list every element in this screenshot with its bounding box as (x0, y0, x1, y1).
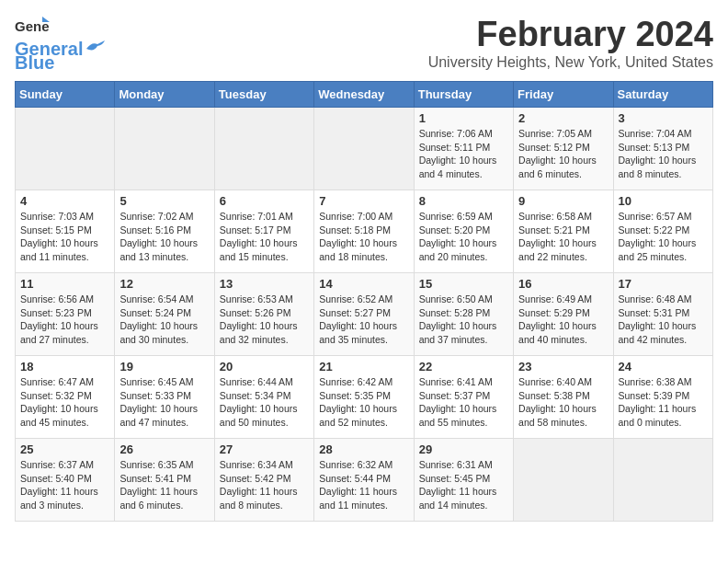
day-number: 24 (619, 360, 708, 373)
day-info: Sunrise: 6:50 AMSunset: 5:28 PMDaylight:… (419, 293, 508, 347)
calendar-cell: 23Sunrise: 6:40 AMSunset: 5:38 PMDayligh… (514, 356, 613, 439)
day-number: 15 (419, 277, 508, 291)
day-number: 2 (518, 111, 608, 125)
calendar-cell: 9Sunrise: 6:58 AMSunset: 5:21 PMDaylight… (514, 190, 613, 273)
calendar-cell (16, 108, 115, 190)
day-number: 19 (119, 360, 209, 373)
header-thursday: Thursday (414, 82, 513, 108)
day-info: Sunrise: 6:54 AMSunset: 5:24 PMDaylight:… (119, 293, 209, 347)
calendar-cell (115, 108, 214, 190)
calendar-cell: 21Sunrise: 6:42 AMSunset: 5:35 PMDayligh… (314, 356, 414, 439)
logo-blue: Blue (15, 52, 54, 74)
day-info: Sunrise: 7:02 AMSunset: 5:16 PMDaylight:… (119, 210, 209, 264)
day-info: Sunrise: 6:59 AMSunset: 5:20 PMDaylight:… (419, 210, 508, 264)
calendar-cell: 6Sunrise: 7:01 AMSunset: 5:17 PMDaylight… (214, 190, 313, 273)
calendar-cell: 28Sunrise: 6:32 AMSunset: 5:44 PMDayligh… (314, 439, 414, 522)
day-info: Sunrise: 6:31 AMSunset: 5:45 PMDaylight:… (419, 458, 508, 512)
calendar-cell: 26Sunrise: 6:35 AMSunset: 5:41 PMDayligh… (115, 439, 214, 522)
day-number: 12 (119, 277, 209, 291)
calendar-week-row: 11Sunrise: 6:56 AMSunset: 5:23 PMDayligh… (16, 273, 713, 356)
calendar-cell (613, 439, 712, 522)
day-info: Sunrise: 6:44 AMSunset: 5:34 PMDaylight:… (220, 375, 309, 430)
calendar-cell: 22Sunrise: 6:41 AMSunset: 5:37 PMDayligh… (414, 356, 513, 439)
day-info: Sunrise: 6:45 AMSunset: 5:33 PMDaylight:… (119, 375, 209, 430)
calendar-cell: 25Sunrise: 6:37 AMSunset: 5:40 PMDayligh… (16, 439, 115, 522)
calendar-cell: 8Sunrise: 6:59 AMSunset: 5:20 PMDaylight… (414, 190, 513, 273)
day-number: 3 (619, 111, 708, 125)
day-info: Sunrise: 7:03 AMSunset: 5:15 PMDaylight:… (20, 210, 109, 264)
day-info: Sunrise: 6:58 AMSunset: 5:21 PMDaylight:… (518, 210, 608, 264)
calendar-cell: 14Sunrise: 6:52 AMSunset: 5:27 PMDayligh… (314, 273, 414, 356)
day-number: 14 (319, 277, 408, 291)
calendar-cell: 1Sunrise: 7:06 AMSunset: 5:11 PMDaylight… (414, 108, 513, 190)
calendar-cell: 29Sunrise: 6:31 AMSunset: 5:45 PMDayligh… (414, 439, 513, 522)
day-info: Sunrise: 6:34 AMSunset: 5:42 PMDaylight:… (220, 458, 309, 512)
calendar-cell: 19Sunrise: 6:45 AMSunset: 5:33 PMDayligh… (115, 356, 214, 439)
header-friday: Friday (514, 82, 613, 108)
day-info: Sunrise: 7:06 AMSunset: 5:11 PMDaylight:… (419, 127, 508, 181)
calendar-header-row: SundayMondayTuesdayWednesdayThursdayFrid… (16, 82, 713, 108)
calendar-cell: 20Sunrise: 6:44 AMSunset: 5:34 PMDayligh… (214, 356, 313, 439)
day-info: Sunrise: 7:00 AMSunset: 5:18 PMDaylight:… (319, 210, 408, 264)
day-info: Sunrise: 6:40 AMSunset: 5:38 PMDaylight:… (518, 375, 608, 430)
day-number: 16 (518, 277, 608, 291)
calendar-week-row: 18Sunrise: 6:47 AMSunset: 5:32 PMDayligh… (16, 356, 713, 439)
calendar-cell: 10Sunrise: 6:57 AMSunset: 5:22 PMDayligh… (613, 190, 712, 273)
day-number: 9 (518, 194, 608, 208)
day-number: 23 (518, 360, 608, 373)
day-number: 11 (20, 277, 109, 291)
day-number: 22 (419, 360, 508, 373)
calendar-cell: 17Sunrise: 6:48 AMSunset: 5:31 PMDayligh… (613, 273, 712, 356)
day-info: Sunrise: 6:38 AMSunset: 5:39 PMDaylight:… (619, 375, 708, 430)
day-info: Sunrise: 6:49 AMSunset: 5:29 PMDaylight:… (518, 293, 608, 347)
day-number: 29 (419, 442, 508, 456)
calendar-cell: 24Sunrise: 6:38 AMSunset: 5:39 PMDayligh… (613, 356, 712, 439)
day-info: Sunrise: 6:42 AMSunset: 5:35 PMDaylight:… (319, 375, 408, 430)
day-number: 20 (220, 360, 309, 373)
day-number: 4 (20, 194, 109, 208)
calendar-table: SundayMondayTuesdayWednesdayThursdayFrid… (15, 81, 713, 522)
day-info: Sunrise: 7:01 AMSunset: 5:17 PMDaylight:… (220, 210, 309, 264)
title-block: February 2024 University Heights, New Yo… (428, 15, 713, 71)
day-number: 6 (220, 194, 309, 208)
day-info: Sunrise: 6:32 AMSunset: 5:44 PMDaylight:… (319, 458, 408, 512)
calendar-cell: 11Sunrise: 6:56 AMSunset: 5:23 PMDayligh… (16, 273, 115, 356)
day-number: 10 (619, 194, 708, 208)
calendar-cell: 2Sunrise: 7:05 AMSunset: 5:12 PMDaylight… (514, 108, 613, 190)
calendar-cell: 27Sunrise: 6:34 AMSunset: 5:42 PMDayligh… (214, 439, 313, 522)
calendar-week-row: 1Sunrise: 7:06 AMSunset: 5:11 PMDaylight… (16, 108, 713, 190)
day-info: Sunrise: 6:56 AMSunset: 5:23 PMDaylight:… (20, 293, 109, 347)
day-info: Sunrise: 6:53 AMSunset: 5:26 PMDaylight:… (220, 293, 309, 347)
calendar-cell: 18Sunrise: 6:47 AMSunset: 5:32 PMDayligh… (16, 356, 115, 439)
day-number: 5 (119, 194, 209, 208)
day-info: Sunrise: 6:48 AMSunset: 5:31 PMDaylight:… (619, 293, 708, 347)
calendar-cell: 12Sunrise: 6:54 AMSunset: 5:24 PMDayligh… (115, 273, 214, 356)
day-number: 7 (319, 194, 408, 208)
day-number: 17 (619, 277, 708, 291)
day-number: 18 (20, 360, 109, 373)
day-info: Sunrise: 6:47 AMSunset: 5:32 PMDaylight:… (20, 375, 109, 430)
day-number: 1 (419, 111, 508, 125)
calendar-week-row: 4Sunrise: 7:03 AMSunset: 5:15 PMDaylight… (16, 190, 713, 273)
page-header: General General Blue February 2024 Unive… (15, 15, 713, 74)
day-info: Sunrise: 6:35 AMSunset: 5:41 PMDaylight:… (119, 458, 209, 512)
day-number: 21 (319, 360, 408, 373)
calendar-title: February 2024 (428, 15, 713, 54)
day-number: 8 (419, 194, 508, 208)
day-number: 27 (220, 442, 309, 456)
calendar-cell: 13Sunrise: 6:53 AMSunset: 5:26 PMDayligh… (214, 273, 313, 356)
calendar-cell: 5Sunrise: 7:02 AMSunset: 5:16 PMDaylight… (115, 190, 214, 273)
day-info: Sunrise: 6:37 AMSunset: 5:40 PMDaylight:… (20, 458, 109, 512)
day-number: 13 (220, 277, 309, 291)
day-info: Sunrise: 6:52 AMSunset: 5:27 PMDaylight:… (319, 293, 408, 347)
day-number: 28 (319, 442, 408, 456)
day-info: Sunrise: 6:41 AMSunset: 5:37 PMDaylight:… (419, 375, 508, 430)
day-number: 26 (119, 442, 209, 456)
day-info: Sunrise: 7:05 AMSunset: 5:12 PMDaylight:… (518, 127, 608, 181)
header-wednesday: Wednesday (314, 82, 414, 108)
header-tuesday: Tuesday (214, 82, 313, 108)
calendar-cell: 4Sunrise: 7:03 AMSunset: 5:15 PMDaylight… (16, 190, 115, 273)
calendar-week-row: 25Sunrise: 6:37 AMSunset: 5:40 PMDayligh… (16, 439, 713, 522)
header-sunday: Sunday (16, 82, 115, 108)
calendar-cell (514, 439, 613, 522)
